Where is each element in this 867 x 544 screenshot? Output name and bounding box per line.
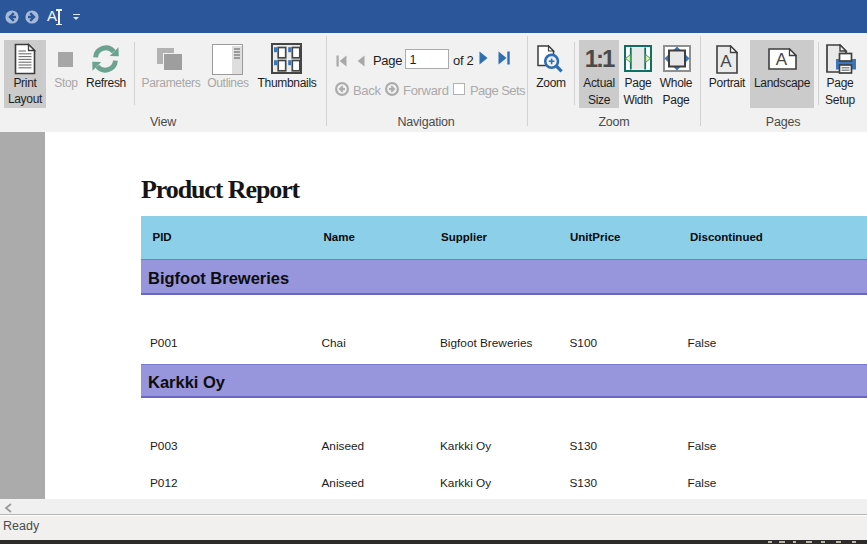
svg-text:A: A (776, 50, 788, 69)
svg-text:A: A (720, 52, 732, 71)
